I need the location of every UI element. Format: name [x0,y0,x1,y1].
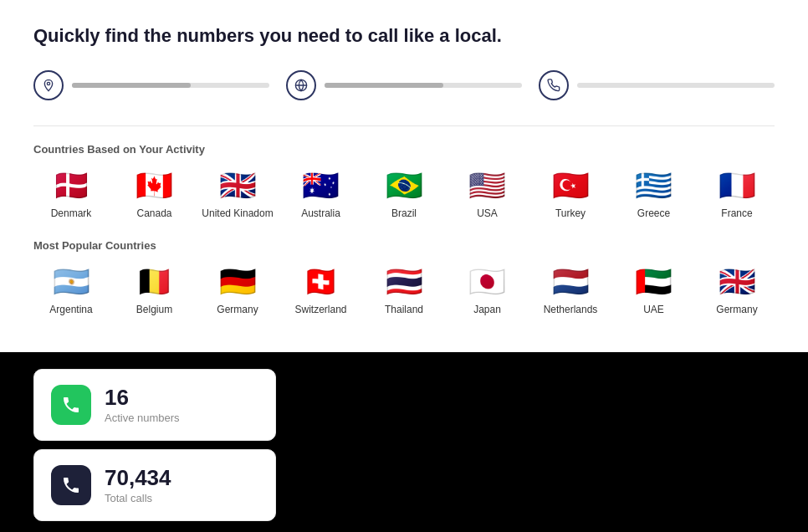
activity-countries-grid: 🇩🇰 Denmark 🇨🇦 Canada 🇬🇧 United Kinadom 🇦… [33,171,775,219]
globe-icon [294,79,308,92]
divider-1 [33,125,775,126]
brazil-name: Brazil [391,207,417,219]
france-name: France [721,207,752,219]
search-bars-container [33,70,775,100]
total-calls-card: 70,434 Total calls [33,449,276,521]
activity-section-title: Countries Based on Your Activity [33,143,775,156]
country-australia[interactable]: 🇦🇺 Australia [284,171,359,219]
country-thailand[interactable]: 🇹🇭 Thailand [366,267,442,315]
thailand-flag: 🇹🇭 [386,267,423,297]
country-argentina[interactable]: 🇦🇷 Argentina [33,267,109,315]
phone-search-icon [547,79,560,92]
country-denmark[interactable]: 🇩🇰 Denmark [33,171,109,219]
switzerland-flag: 🇨🇭 [302,267,340,297]
turkey-flag: 🇹🇷 [552,171,590,201]
denmark-name: Denmark [51,207,92,219]
phone-calls-icon [61,475,81,495]
active-numbers-info: 16 Active numbers [105,386,180,424]
greece-name: Greece [637,207,670,219]
germany2-flag: 🇬🇧 [719,267,756,297]
country-germany[interactable]: 🇩🇪 Germany [200,267,275,315]
total-calls-info: 70,434 Total calls [105,466,171,504]
country-netherlands[interactable]: 🇳🇱 Netherlands [533,267,608,315]
canada-flag: 🇨🇦 [136,171,173,201]
popular-section-title: Most Popular Countries [33,239,775,252]
greece-flag: 🇬🇷 [635,171,672,201]
active-numbers-label: Active numbers [105,412,180,424]
total-calls-label: Total calls [105,492,171,504]
france-flag: 🇫🇷 [719,171,756,201]
switzerland-name: Switzerland [294,304,346,315]
stats-card-container: 16 Active numbers 70,434 Total calls [33,369,276,521]
japan-flag: 🇯🇵 [468,267,506,297]
location-icon [42,79,55,92]
belgium-name: Belgium [136,304,172,315]
country-greece[interactable]: 🇬🇷 Greece [616,171,692,219]
page-headline: Quickly find the numbers you need to cal… [33,25,775,47]
denmark-flag: 🇩🇰 [53,171,90,201]
country-brazil[interactable]: 🇧🇷 Brazil [366,171,442,219]
country-japan[interactable]: 🇯🇵 Japan [450,267,525,315]
belgium-flag: 🇧🇪 [136,267,173,297]
location-search-bar[interactable] [33,70,269,100]
total-calls-icon-bg [51,465,91,505]
thailand-name: Thailand [385,304,423,315]
uae-flag: 🇦🇪 [635,267,672,297]
canada-name: Canada [136,207,171,219]
active-numbers-card: 16 Active numbers [33,369,276,441]
country-canada[interactable]: 🇨🇦 Canada [117,171,192,219]
germany2-name: Germany [716,304,757,315]
total-calls-count: 70,434 [105,466,171,490]
uae-name: UAE [643,304,664,315]
australia-flag: 🇦🇺 [302,171,340,201]
phone-active-icon [61,395,81,415]
netherlands-name: Netherlands [544,304,598,315]
location-icon-circle [33,70,64,100]
country-france[interactable]: 🇫🇷 France [699,171,775,219]
bottom-section: 16 Active numbers 70,434 Total calls [0,352,808,532]
location-search-line [72,83,269,88]
japan-name: Japan [473,304,501,315]
active-numbers-icon-bg [51,385,91,425]
country-turkey[interactable]: 🇹🇷 Turkey [533,171,608,219]
active-numbers-count: 16 [105,386,180,410]
brazil-flag: 🇧🇷 [386,171,423,201]
globe-search-bar[interactable] [286,70,522,100]
popular-countries-grid: 🇦🇷 Argentina 🇧🇪 Belgium 🇩🇪 Germany 🇨🇭 Sw… [33,267,775,315]
germany-name: Germany [217,304,258,315]
globe-search-line [325,83,522,88]
phone-search-icon-circle [539,70,569,100]
turkey-name: Turkey [555,207,586,219]
phone-search-line [577,83,775,88]
country-usa[interactable]: 🇺🇸 USA [450,171,525,219]
netherlands-flag: 🇳🇱 [552,267,590,297]
usa-name: USA [477,207,498,219]
argentina-name: Argentina [49,304,92,315]
globe-icon-circle [286,70,316,100]
germany-flag: 🇩🇪 [219,267,257,297]
usa-flag: 🇺🇸 [468,171,506,201]
country-uk[interactable]: 🇬🇧 United Kinadom [200,171,275,219]
country-germany-2[interactable]: 🇬🇧 Germany [699,267,775,315]
country-switzerland[interactable]: 🇨🇭 Switzerland [284,267,359,315]
uk-name: United Kinadom [202,207,273,219]
australia-name: Australia [301,207,340,219]
svg-point-0 [47,82,49,84]
country-uae[interactable]: 🇦🇪 UAE [616,267,692,315]
uk-flag: 🇬🇧 [219,171,257,201]
phone-search-bar[interactable] [539,70,775,100]
country-belgium[interactable]: 🇧🇪 Belgium [117,267,192,315]
argentina-flag: 🇦🇷 [53,267,90,297]
